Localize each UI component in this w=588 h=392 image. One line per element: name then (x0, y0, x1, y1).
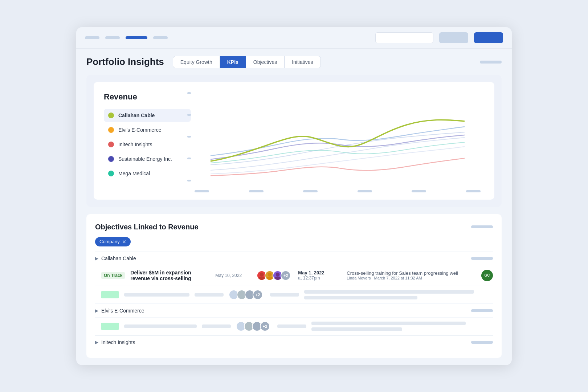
skeleton-count: +2 (260, 321, 270, 331)
legend-item-sustainable[interactable]: Sustainable Energy Inc. (104, 152, 191, 166)
company-name-callahan: Callahan Cable (101, 256, 136, 261)
objectives-title: Objectives Linked to Revenue (95, 223, 471, 231)
chevron-right-icon: ▶ (95, 340, 98, 345)
company-row-callahan[interactable]: ▶ Callahan Cable (95, 252, 493, 265)
chart-card: Revenue Callahan Cable Elvi's E-Commerce… (94, 82, 494, 200)
skeleton-text (124, 324, 197, 328)
author-avatar: GC (481, 270, 493, 281)
company-group-initech: ▶ Initech Insights (95, 335, 493, 349)
objective-update-date: May 1, 2022 at 12:37pm (298, 270, 342, 281)
skeleton-text (124, 293, 189, 297)
objective-comment: Cross-selling training for Sales team pr… (347, 270, 476, 276)
tab-objectives[interactable]: Objectives (246, 56, 285, 68)
objectives-section: Objectives Linked to Revenue Company ✕ ▶… (86, 214, 502, 358)
svg-point-4 (276, 273, 279, 276)
filter-tag-remove[interactable]: ✕ (122, 239, 126, 245)
page-title: Portfolio Insights (86, 56, 164, 68)
legend-dot-sustainable (108, 156, 114, 162)
legend-label-elvis: Elvi's E-Commerce (118, 127, 162, 133)
skeleton-comment-area (311, 322, 493, 331)
skeleton-text (304, 290, 474, 294)
chart-legend: Revenue Callahan Cable Elvi's E-Commerce… (104, 92, 191, 192)
legend-label-initech: Initech Insights (118, 142, 152, 147)
legend-item-mega[interactable]: Mega Medical (104, 167, 191, 180)
chevron-down-icon: ▶ (95, 308, 98, 313)
page-header: Portfolio Insights Equity Growth KPIs Ob… (86, 56, 502, 68)
header-action-pill (480, 61, 502, 64)
tabs-container: Equity Growth KPIs Objectives Initiative… (173, 56, 321, 68)
search-input[interactable] (375, 32, 433, 43)
x-tick (303, 190, 318, 192)
main-content: Portfolio Insights Equity Growth KPIs Ob… (76, 49, 512, 365)
filter-tag-company[interactable]: Company ✕ (95, 237, 131, 246)
company-row-pill (471, 257, 493, 260)
objective-author: Linda Meyers March 7, 2022 at 11:32 AM (347, 276, 476, 280)
avatar-group: +2 (257, 270, 293, 281)
skeleton-text (202, 324, 231, 328)
company-row-pill (471, 341, 493, 344)
x-tick (358, 190, 372, 192)
legend-item-initech[interactable]: Initech Insights (104, 138, 191, 151)
app-window: Portfolio Insights Equity Growth KPIs Ob… (76, 27, 512, 365)
skeleton-avatars: +2 (236, 321, 272, 331)
skeleton-avatars: +2 (229, 290, 265, 300)
nav-secondary-button[interactable] (439, 32, 468, 43)
company-row-elvis[interactable]: ▶ Elvi's E-Commerce (95, 304, 493, 318)
nav-item-1[interactable] (85, 36, 99, 39)
filter-area: Company ✕ (95, 237, 493, 246)
tab-kpis[interactable]: KPIs (220, 56, 246, 68)
objective-comment-area: Cross-selling training for Sales team pr… (347, 270, 476, 280)
objective-due-date: May 10, 2022 (215, 273, 252, 278)
skeleton-badge (101, 291, 119, 298)
company-group-callahan: ▶ Callahan Cable On Track Deliver $5M in… (95, 252, 493, 304)
company-row-initech[interactable]: ▶ Initech Insights (95, 336, 493, 349)
y-tick (187, 114, 191, 116)
top-nav (76, 27, 512, 49)
objectives-header: Objectives Linked to Revenue (95, 223, 493, 231)
legend-item-callahan[interactable]: Callahan Cable (104, 109, 191, 122)
chart-x-axis (195, 188, 481, 192)
chart-section: Revenue Callahan Cable Elvi's E-Commerce… (86, 75, 502, 207)
skeleton-row-1: +2 (95, 286, 493, 304)
legend-dot-callahan (108, 113, 114, 118)
legend-label-sustainable: Sustainable Energy Inc. (118, 156, 172, 162)
skeleton-text (195, 293, 224, 297)
company-name-elvis: Elvi's E-Commerce (101, 308, 144, 314)
x-tick (249, 190, 264, 192)
objective-title: Deliver $5M in expansion revenue via cro… (130, 270, 210, 281)
chevron-down-icon: ▶ (95, 256, 98, 261)
skeleton-count: +2 (253, 290, 263, 300)
svg-point-2 (268, 273, 271, 276)
x-tick (412, 190, 426, 192)
nav-item-2[interactable] (105, 36, 120, 39)
skeleton-text (277, 324, 306, 328)
skeleton-badge (101, 323, 119, 330)
tab-initiatives[interactable]: Initiatives (285, 56, 320, 68)
status-badge: On Track (101, 272, 125, 279)
filter-tag-label: Company (99, 239, 120, 244)
nav-primary-button[interactable] (474, 32, 503, 43)
revenue-chart-svg (195, 92, 481, 187)
skeleton-text (304, 296, 417, 299)
legend-label-mega: Mega Medical (118, 171, 150, 176)
company-row-pill (471, 309, 493, 312)
nav-item-3-active[interactable] (126, 36, 147, 39)
svg-point-3 (267, 276, 273, 280)
svg-point-0 (260, 273, 264, 276)
company-name-initech: Initech Insights (101, 339, 135, 345)
y-tick (187, 180, 191, 181)
nav-item-4[interactable] (153, 36, 168, 39)
skeleton-text (311, 322, 466, 325)
tab-equity-growth[interactable]: Equity Growth (173, 56, 220, 68)
legend-item-elvis[interactable]: Elvi's E-Commerce (104, 123, 191, 136)
skeleton-comment-area (304, 290, 493, 299)
skeleton-text (270, 293, 299, 297)
chart-title: Revenue (104, 92, 191, 102)
legend-dot-mega (108, 171, 114, 176)
objective-item-callahan-1: On Track Deliver $5M in expansion revenu… (95, 265, 493, 286)
chart-y-axis (187, 92, 191, 181)
svg-point-1 (259, 276, 265, 280)
legend-dot-elvis (108, 127, 114, 133)
svg-point-5 (275, 276, 281, 280)
company-group-elvis: ▶ Elvi's E-Commerce +2 (95, 304, 493, 335)
